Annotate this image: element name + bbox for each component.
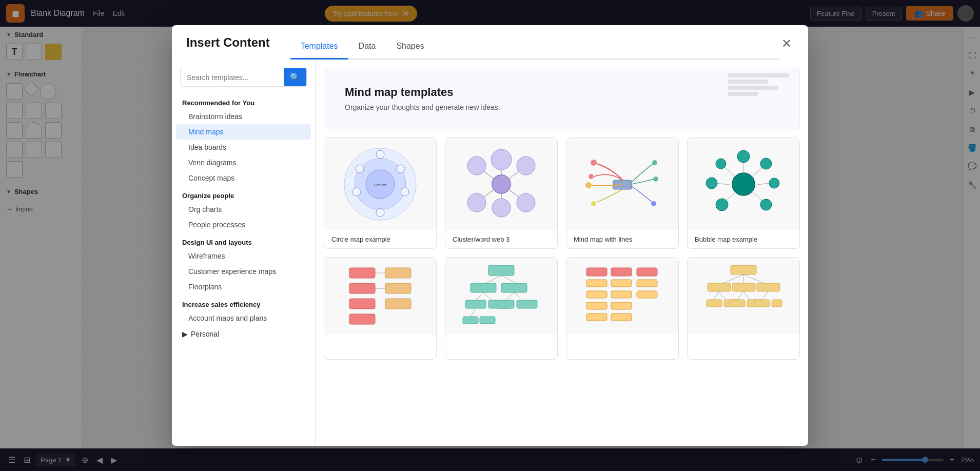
template-card-premium-3[interactable]: ∞ PREMIUM bbox=[566, 257, 679, 360]
sales-section-label: Increase sales efficiency bbox=[172, 295, 315, 310]
svg-point-10 bbox=[492, 175, 511, 193]
svg-rect-52 bbox=[385, 283, 411, 293]
svg-rect-59 bbox=[501, 283, 527, 292]
svg-line-40 bbox=[725, 191, 736, 202]
modal-overlay: Insert Content Templates Data Shapes ✕ 🔍… bbox=[0, 0, 980, 471]
svg-line-87 bbox=[743, 274, 764, 283]
svg-line-96 bbox=[743, 291, 750, 300]
nav-venn-diagrams[interactable]: Venn diagrams bbox=[172, 155, 315, 170]
nav-idea-boards[interactable]: Idea boards bbox=[172, 140, 315, 155]
bubble-svg bbox=[702, 143, 785, 225]
svg-rect-51 bbox=[385, 268, 411, 278]
organize-section-label: Organize people bbox=[172, 186, 315, 202]
svg-line-61 bbox=[483, 292, 491, 300]
nav-brainstorm-ideas[interactable]: Brainstorm ideas bbox=[172, 109, 315, 124]
template-card-bubble-map[interactable]: ∞ PREMIUM bbox=[687, 138, 800, 249]
svg-rect-55 bbox=[488, 265, 514, 276]
template-card-circle-map[interactable]: Center Circle map example bbox=[324, 138, 437, 249]
svg-rect-76 bbox=[637, 280, 657, 287]
svg-rect-83 bbox=[611, 313, 632, 321]
tab-templates[interactable]: Templates bbox=[290, 35, 348, 60]
svg-point-30 bbox=[651, 201, 656, 206]
svg-point-14 bbox=[517, 156, 535, 175]
template-preview-mind-lines bbox=[566, 138, 678, 230]
nav-org-charts[interactable]: Org charts bbox=[172, 202, 315, 217]
template-card-cluster[interactable]: Cluster/word web 3 bbox=[445, 138, 558, 249]
svg-line-57 bbox=[501, 276, 517, 283]
tab-data[interactable]: Data bbox=[348, 35, 386, 60]
modal-close-button[interactable]: ✕ bbox=[779, 35, 794, 58]
svg-rect-66 bbox=[499, 300, 514, 308]
svg-line-92 bbox=[719, 291, 725, 300]
modal-tabs: Templates Data Shapes bbox=[290, 35, 779, 60]
hero-title: Mind map templates bbox=[345, 86, 779, 99]
search-button[interactable]: 🔍 bbox=[284, 68, 306, 86]
nav-account-maps[interactable]: Account maps and plans bbox=[172, 310, 315, 326]
svg-point-29 bbox=[653, 176, 658, 182]
nav-mind-maps[interactable]: Mind maps bbox=[176, 124, 311, 140]
template-preview-bubble bbox=[688, 138, 799, 230]
nav-wireframes[interactable]: Wireframes bbox=[172, 248, 315, 264]
modal-body: 🔍 Recommended for You Brainstorm ideas M… bbox=[172, 60, 808, 446]
personal-section[interactable]: ▶ Personal bbox=[172, 326, 315, 342]
template-label-mind-lines: Mind map with lines bbox=[566, 230, 678, 248]
insert-content-modal: Insert Content Templates Data Shapes ✕ 🔍… bbox=[172, 25, 808, 446]
hero-line-2 bbox=[728, 80, 769, 84]
svg-rect-67 bbox=[517, 300, 537, 308]
svg-point-18 bbox=[467, 193, 486, 212]
svg-rect-78 bbox=[611, 291, 632, 298]
nav-people-processes[interactable]: People processes bbox=[172, 217, 315, 232]
svg-text:Center: Center bbox=[374, 183, 386, 187]
nav-floorplans[interactable]: Floorplans bbox=[172, 279, 315, 295]
svg-point-25 bbox=[589, 174, 594, 179]
templates-grid: Center Circle map example bbox=[316, 138, 808, 368]
svg-point-20 bbox=[467, 156, 486, 175]
svg-point-39 bbox=[760, 199, 772, 210]
template-preview-circle-map: Center bbox=[324, 138, 436, 230]
svg-line-36 bbox=[754, 183, 769, 185]
template-preview-cluster bbox=[445, 138, 557, 230]
svg-point-24 bbox=[591, 160, 597, 166]
svg-point-16 bbox=[517, 193, 535, 212]
hero-banner: Mind map templates Organize your thought… bbox=[324, 68, 800, 129]
svg-point-22 bbox=[492, 199, 511, 217]
template-card-premium-2[interactable]: ∞ PREMIUM bbox=[445, 257, 558, 360]
svg-line-99 bbox=[762, 291, 768, 300]
premium1-svg bbox=[339, 263, 421, 329]
hero-decoration bbox=[728, 73, 789, 96]
svg-rect-90 bbox=[757, 283, 780, 291]
recommended-section-label: Recommended for You bbox=[172, 95, 315, 109]
svg-point-4 bbox=[376, 150, 384, 159]
svg-rect-62 bbox=[465, 300, 486, 308]
svg-point-6 bbox=[401, 188, 409, 196]
svg-line-44 bbox=[724, 167, 735, 177]
template-label-circle-map: Circle map example bbox=[324, 230, 436, 248]
nav-customer-experience[interactable]: Customer experience maps bbox=[172, 264, 315, 279]
svg-rect-79 bbox=[637, 291, 657, 298]
modal-title: Insert Content bbox=[186, 35, 270, 58]
template-label-bubble-map: Bubble map example bbox=[688, 230, 799, 248]
svg-rect-77 bbox=[586, 291, 607, 298]
cluster-svg bbox=[460, 143, 542, 225]
template-card-mind-lines[interactable]: Mind map with lines bbox=[566, 138, 679, 249]
premium4-svg bbox=[702, 263, 785, 329]
svg-rect-93 bbox=[707, 300, 722, 307]
svg-point-7 bbox=[356, 165, 364, 173]
svg-line-65 bbox=[514, 292, 522, 300]
template-card-premium-1[interactable]: ∞ PREMIUM bbox=[324, 257, 437, 360]
svg-rect-72 bbox=[611, 268, 632, 276]
svg-rect-80 bbox=[586, 302, 607, 309]
svg-rect-54 bbox=[349, 314, 375, 324]
personal-label: Personal bbox=[191, 330, 219, 338]
nav-concept-maps[interactable]: Concept maps bbox=[172, 170, 315, 186]
personal-arrow-icon: ▶ bbox=[182, 330, 188, 338]
svg-point-5 bbox=[397, 165, 405, 173]
svg-line-85 bbox=[723, 274, 743, 283]
template-card-premium-4[interactable]: ∞ PREMIUM bbox=[687, 257, 800, 360]
search-input[interactable] bbox=[181, 69, 284, 86]
svg-rect-75 bbox=[611, 280, 632, 287]
svg-rect-81 bbox=[611, 302, 632, 309]
tab-shapes[interactable]: Shapes bbox=[386, 35, 434, 60]
circle-map-svg: Center bbox=[339, 143, 421, 225]
svg-point-28 bbox=[652, 160, 657, 165]
